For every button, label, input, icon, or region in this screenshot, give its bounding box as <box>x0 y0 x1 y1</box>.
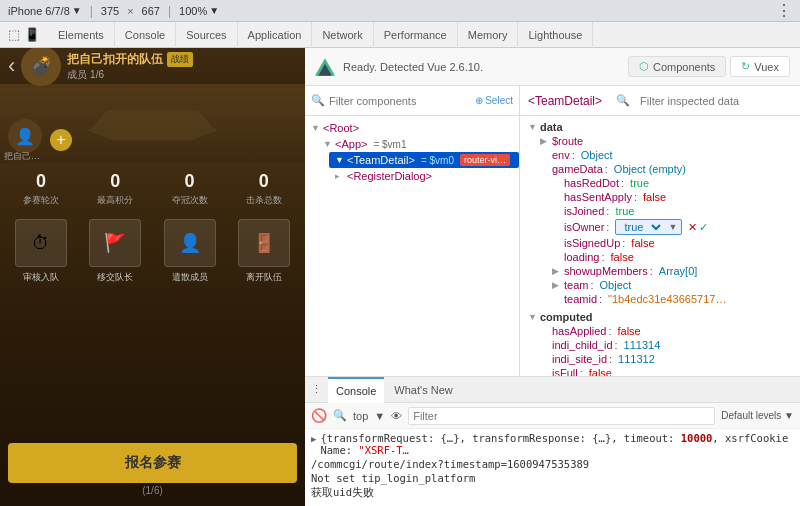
device-selector[interactable]: iPhone 6/7/8 ▼ <box>8 5 82 17</box>
register-area: 报名参赛 (1/6) <box>0 437 305 506</box>
console-tabs: ⋮ Console What's New <box>305 377 800 403</box>
inspector-header: <TeamDetail> 🔍 <box>520 86 800 116</box>
tab-application[interactable]: Application <box>238 22 313 48</box>
tab-lighthouse[interactable]: Lighthouse <box>518 22 593 48</box>
tree-filter-bar: 🔍 ⊕ Select <box>305 86 519 116</box>
log-levels-dropdown[interactable]: Default levels ▼ <box>721 410 794 421</box>
devtools-tabbar: ⬚ 📱 Elements Console Sources Application… <box>0 22 800 48</box>
data-teamid: teamid : "1b4edc31e436657179d50f3c77a314… <box>528 292 792 306</box>
computed-hasapplied: hasApplied : false <box>528 324 792 338</box>
log-arrow-1: ▶ <box>311 434 316 444</box>
tab-memory[interactable]: Memory <box>458 22 519 48</box>
clear-console-icon[interactable]: 🚫 <box>311 408 327 423</box>
console-toolbar: 🚫 🔍 top ▼ 👁 Default levels ▼ <box>305 403 800 429</box>
dismiss-icon: 👤 <box>179 232 201 254</box>
console-tab-icon: ⋮ <box>311 383 322 396</box>
tab-elements[interactable]: Elements <box>48 22 115 48</box>
review-icon: ⏱ <box>32 233 50 254</box>
computed-section-header: ▼ computed <box>528 310 792 324</box>
data-showupmembers: ▶ showupMembers : Array[0] <box>528 264 792 278</box>
team-info: 把自己扣开的队伍 战绩 成员 1/6 <box>67 51 297 82</box>
inspect-icon[interactable]: ⬚ <box>8 27 20 42</box>
tab-console[interactable]: Console <box>115 22 176 48</box>
top-context-label: top <box>353 410 368 422</box>
log-line-1: ▶ {transformRequest: {…}, transformRespo… <box>311 431 794 457</box>
tree-item-app[interactable]: ▼ <App> = $vm1 <box>317 136 519 152</box>
action-dismiss[interactable]: 👤 遣散成员 <box>164 219 216 284</box>
data-gamedata: gameData : Object (empty) <box>528 162 792 176</box>
filter-inspected-input[interactable] <box>640 95 792 107</box>
separator-1: | <box>90 4 93 18</box>
vue-devtools-panel: Ready. Detected Vue 2.6.10. ⬡ Components… <box>305 48 800 506</box>
tree-item-root[interactable]: ▼ <Root> <box>305 120 519 136</box>
isowner-select[interactable]: true false <box>620 220 664 234</box>
tree-item-teamdetail[interactable]: ▼ <TeamDetail> = $vm0 router-vi… <box>329 152 519 168</box>
stats-row: 0 参赛轮次 0 最高积分 0 夺冠次数 0 击杀总数 <box>0 163 305 211</box>
log-line-4: 获取uid失败 <box>311 485 794 501</box>
action-review[interactable]: ⏱ 审核入队 <box>15 219 67 284</box>
more-options-btn[interactable]: ⋮ <box>776 1 792 20</box>
tab-network[interactable]: Network <box>312 22 373 48</box>
component-tree: 🔍 ⊕ Select ▼ <Root> ▼ <box>305 86 520 376</box>
tab-console-btn[interactable]: Console <box>328 377 384 403</box>
console-filter-input[interactable] <box>408 407 715 425</box>
console-area: ⋮ Console What's New 🚫 🔍 top ▼ 👁 Default… <box>305 376 800 506</box>
data-env: env : Object <box>528 148 792 162</box>
tab-whats-new-btn[interactable]: What's New <box>386 377 460 403</box>
tree-content: ▼ <Root> ▼ <App> = $vm1 ▼ <TeamDetail> =… <box>305 116 519 376</box>
register-sub: (1/6) <box>8 485 297 496</box>
zoom-selector[interactable]: 100% ▼ <box>179 5 219 17</box>
computed-isfull: isFull : false <box>528 366 792 376</box>
vue-nav-buttons: ⬡ Components ↻ Vuex <box>628 56 790 77</box>
data-team: ▶ team : Object <box>528 278 792 292</box>
team-badge: 战绩 <box>167 52 193 67</box>
back-button[interactable]: ‹ <box>8 53 15 79</box>
tab-sources[interactable]: Sources <box>176 22 237 48</box>
eye-icon[interactable]: 👁 <box>391 410 402 422</box>
data-route: ▶ $route <box>528 134 792 148</box>
data-isjoined: isJoined : true <box>528 204 792 218</box>
team-icon: 💣 <box>21 48 61 86</box>
device-icon[interactable]: 📱 <box>24 27 40 42</box>
mobile-panel: ‹ 💣 把自己扣开的队伍 战绩 成员 1/6 👤 + 把自己 <box>0 48 305 506</box>
data-hasreddot: hasRedDot : true <box>528 176 792 190</box>
filter-components-input[interactable] <box>329 95 471 107</box>
console-output: ▶ {transformRequest: {…}, transformRespo… <box>305 429 800 506</box>
cancel-edit-icon[interactable]: ✕ <box>688 221 697 234</box>
context-dropdown-arrow[interactable]: ▼ <box>374 410 385 422</box>
router-badge: router-vi… <box>460 154 510 166</box>
components-icon: ⬡ <box>639 60 649 73</box>
browser-bar: iPhone 6/7/8 ▼ | 375 × 667 | 100% ▼ ⋮ <box>0 0 800 22</box>
vuex-icon: ↻ <box>741 60 750 73</box>
action-transfer[interactable]: 🚩 移交队长 <box>89 219 141 284</box>
select-button[interactable]: ⊕ Select <box>475 95 513 106</box>
tree-item-registerdialog[interactable]: ▸ <RegisterDialog> <box>329 168 519 184</box>
stat-kills: 0 击杀总数 <box>227 171 301 207</box>
tab-performance[interactable]: Performance <box>374 22 458 48</box>
inspector-title: <TeamDetail> <box>528 94 602 108</box>
computed-section: ▼ computed hasApplied : false indi_child… <box>528 310 792 376</box>
log-line-2: /commcgi/route/index?timestamp=160094753… <box>311 457 794 471</box>
vuex-tab-btn[interactable]: ↻ Vuex <box>730 56 790 77</box>
register-button[interactable]: 报名参赛 <box>8 443 297 483</box>
vue-header: Ready. Detected Vue 2.6.10. ⬡ Components… <box>305 48 800 86</box>
computed-indi-site-id: indi_site_id : 111312 <box>528 352 792 366</box>
magnify-icon: 🔍 <box>616 94 630 107</box>
chevron-down-icon: ▼ <box>668 222 677 232</box>
data-section: ▼ data ▶ $route env : O <box>528 120 792 306</box>
components-tab-btn[interactable]: ⬡ Components <box>628 56 726 77</box>
confirm-edit-icon[interactable]: ✓ <box>699 221 708 234</box>
team-name: 把自己扣开的队伍 <box>67 51 163 68</box>
data-hassentapply: hasSentApply : false <box>528 190 792 204</box>
edit-icons: ✕ ✓ <box>688 221 708 234</box>
computed-indi-child-id: indi_child_id : 111314 <box>528 338 792 352</box>
action-leave[interactable]: 🚪 离开队伍 <box>238 219 290 284</box>
width-input[interactable]: 375 <box>101 5 119 17</box>
devtools-tabs: Elements Console Sources Application Net… <box>48 22 593 48</box>
height-input[interactable]: 667 <box>142 5 160 17</box>
isowner-editable[interactable]: true false ▼ <box>615 219 682 235</box>
leave-icon: 🚪 <box>253 232 275 254</box>
player-label: 把自己… <box>4 150 40 163</box>
search-icon: 🔍 <box>311 94 325 107</box>
add-member-button[interactable]: + <box>50 129 72 151</box>
